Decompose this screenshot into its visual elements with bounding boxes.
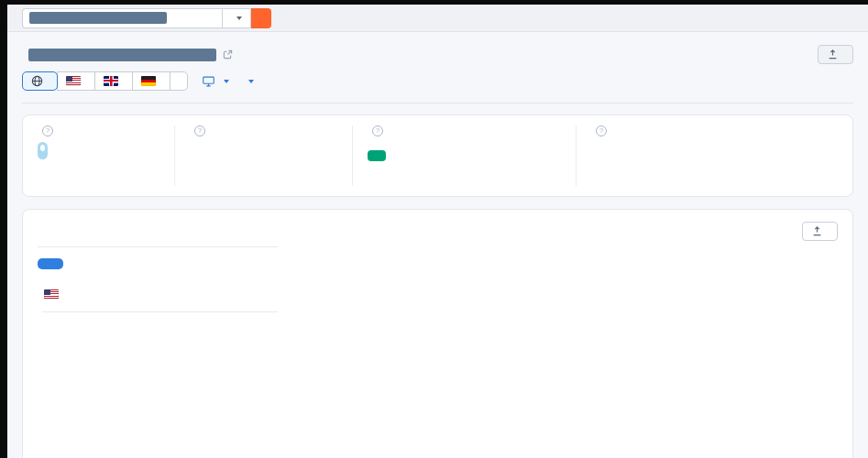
organic-keywords-chart bbox=[296, 403, 838, 431]
redacted-domain-name bbox=[28, 49, 216, 61]
distribution-table-header bbox=[38, 235, 278, 247]
paid-search-traffic-section bbox=[368, 125, 577, 186]
x-axis-labels bbox=[296, 359, 799, 373]
compare-button[interactable] bbox=[38, 258, 63, 269]
main-tabs bbox=[22, 103, 853, 104]
organic-traffic-chart bbox=[296, 273, 838, 357]
authority-gauge-icon bbox=[38, 142, 48, 159]
overview-panel bbox=[22, 209, 853, 458]
screen-top-edge bbox=[0, 0, 868, 5]
region-toggle-group bbox=[22, 71, 188, 91]
us-flag-icon bbox=[66, 76, 81, 86]
keywords-distribution-bar bbox=[203, 180, 264, 186]
export-icon bbox=[828, 49, 838, 60]
info-icon[interactable] bbox=[596, 125, 607, 136]
export-button[interactable] bbox=[802, 222, 838, 241]
device-select[interactable] bbox=[203, 76, 229, 87]
info-icon[interactable] bbox=[194, 125, 205, 136]
authority-score-section bbox=[38, 125, 175, 186]
de-flag-icon bbox=[141, 76, 156, 86]
export-icon bbox=[812, 226, 822, 236]
info-icon[interactable] bbox=[42, 125, 53, 136]
y-axis-labels bbox=[801, 273, 838, 357]
us-flag-icon bbox=[44, 289, 59, 300]
external-link-icon[interactable] bbox=[223, 49, 233, 60]
region-uk-button[interactable] bbox=[94, 71, 133, 91]
traffic-line-chart bbox=[296, 273, 800, 357]
more-regions-button[interactable] bbox=[170, 71, 188, 91]
globe-icon bbox=[31, 75, 43, 87]
metrics-card bbox=[22, 114, 853, 197]
backlinks-section bbox=[591, 125, 747, 186]
export-to-pdf-button[interactable] bbox=[818, 45, 853, 64]
domain-overview-app bbox=[7, 5, 868, 458]
uk-flag-icon bbox=[104, 76, 118, 86]
chevron-down-icon bbox=[224, 80, 229, 83]
serp-gridline bbox=[42, 311, 278, 312]
region-us-button[interactable] bbox=[57, 71, 95, 91]
domain-search-input[interactable] bbox=[22, 8, 222, 28]
screen-left-edge bbox=[0, 0, 7, 458]
region-de-button[interactable] bbox=[132, 71, 170, 91]
keywords-stacked-chart bbox=[296, 403, 800, 431]
redacted-domain-text bbox=[29, 12, 167, 24]
search-scope-select[interactable] bbox=[222, 8, 251, 28]
top-search-bar bbox=[7, 5, 868, 32]
chevron-down-icon bbox=[236, 16, 242, 20]
organic-search-traffic-section bbox=[190, 125, 353, 186]
date-select[interactable] bbox=[244, 80, 254, 83]
info-icon[interactable] bbox=[372, 125, 383, 136]
go-to-position-tracking-button[interactable] bbox=[368, 150, 386, 161]
chevron-down-icon bbox=[248, 80, 254, 83]
region-worldwide-button[interactable] bbox=[22, 71, 58, 91]
search-button[interactable] bbox=[251, 8, 271, 28]
desktop-icon bbox=[203, 76, 214, 87]
